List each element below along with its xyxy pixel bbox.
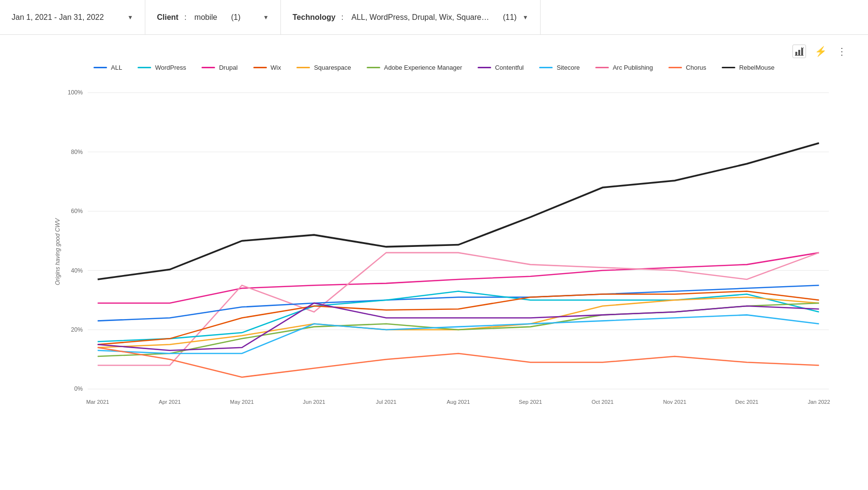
technology-value: ALL, WordPress, Drupal, Wix, Square… (351, 13, 489, 22)
line-drupal (98, 253, 819, 303)
svg-text:Jan 2022: Jan 2022 (808, 399, 830, 405)
svg-text:May 2021: May 2021 (230, 399, 254, 405)
date-range-filter[interactable]: Jan 1, 2021 - Jan 31, 2022 ▼ (0, 0, 145, 34)
legend-item-wordpress[interactable]: WordPress (138, 64, 186, 71)
date-range-label: Jan 1, 2021 - Jan 31, 2022 (12, 13, 104, 22)
svg-rect-2 (801, 48, 803, 55)
legend-label: Chorus (686, 64, 706, 71)
svg-text:Oct 2021: Oct 2021 (591, 399, 613, 405)
legend-label: WordPress (155, 64, 186, 71)
svg-text:20%: 20% (71, 326, 83, 333)
svg-text:40%: 40% (71, 267, 83, 274)
legend-item-all[interactable]: ALL (93, 64, 122, 71)
legend-label: Contentful (495, 64, 524, 71)
technology-arrow: ▼ (523, 14, 528, 21)
legend-label: Wix (271, 64, 281, 71)
technology-count: (11) (503, 13, 516, 22)
bolt-icon[interactable]: ⚡ (814, 45, 827, 58)
svg-rect-0 (795, 52, 797, 55)
legend-item-squarespace[interactable]: Squarespace (296, 64, 351, 71)
legend-item-adobe-experience-manager[interactable]: Adobe Experience Manager (367, 64, 462, 71)
svg-text:Mar 2021: Mar 2021 (86, 399, 109, 405)
legend-label: Sitecore (557, 64, 580, 71)
client-filter[interactable]: Client: mobile (1) ▼ (145, 0, 281, 34)
svg-text:Apr 2021: Apr 2021 (159, 399, 181, 405)
client-count: (1) (231, 13, 241, 22)
svg-text:Nov 2021: Nov 2021 (663, 399, 686, 405)
toolbar: ⚡ ⋮ (19, 45, 849, 58)
chart-legend: ALLWordPressDrupalWixSquarespaceAdobe Ex… (19, 64, 849, 71)
svg-rect-1 (798, 50, 800, 55)
chart-type-icon[interactable] (792, 45, 806, 58)
legend-item-arc-publishing[interactable]: Arc Publishing (595, 64, 653, 71)
legend-item-rebelmouse[interactable]: RebelMouse (722, 64, 775, 71)
svg-text:60%: 60% (71, 208, 83, 214)
svg-rect-3 (795, 55, 804, 56)
client-label: Client (157, 13, 178, 22)
legend-item-wix[interactable]: Wix (253, 64, 281, 71)
svg-point-4 (802, 47, 804, 48)
technology-label: Technology (293, 13, 336, 22)
client-value: mobile (194, 13, 217, 22)
svg-text:0%: 0% (74, 385, 83, 392)
svg-text:Jul 2021: Jul 2021 (376, 399, 396, 405)
svg-text:Aug 2021: Aug 2021 (447, 399, 470, 405)
legend-item-sitecore[interactable]: Sitecore (539, 64, 580, 71)
legend-label: Squarespace (314, 64, 351, 71)
chart-area: Origins having good CWV 100% 80% 60% 40%… (58, 83, 849, 421)
line-squarespace (98, 297, 819, 348)
line-sitecore (98, 315, 819, 353)
svg-text:80%: 80% (71, 149, 83, 155)
technology-filter[interactable]: Technology: ALL, WordPress, Drupal, Wix,… (281, 0, 541, 34)
legend-item-drupal[interactable]: Drupal (202, 64, 237, 71)
legend-item-contentful[interactable]: Contentful (478, 64, 524, 71)
legend-item-chorus[interactable]: Chorus (668, 64, 706, 71)
date-range-arrow: ▼ (127, 14, 133, 21)
legend-label: Adobe Experience Manager (384, 64, 462, 71)
chart-container: ⚡ ⋮ ALLWordPressDrupalWixSquarespaceAdob… (0, 35, 868, 440)
svg-text:Jun 2021: Jun 2021 (303, 399, 325, 405)
legend-label: RebelMouse (739, 64, 775, 71)
top-bar: Jan 1, 2021 - Jan 31, 2022 ▼ Client: mob… (0, 0, 868, 35)
svg-text:100%: 100% (68, 89, 83, 96)
svg-text:Dec 2021: Dec 2021 (735, 399, 759, 405)
more-options-icon[interactable]: ⋮ (835, 45, 849, 58)
svg-text:Sep 2021: Sep 2021 (519, 399, 542, 405)
chart-svg-wrapper: 100% 80% 60% 40% 20% 0% Mar 2021 Apr 202… (58, 83, 849, 421)
chart-svg: 100% 80% 60% 40% 20% 0% Mar 2021 Apr 202… (58, 83, 849, 419)
client-arrow: ▼ (263, 14, 269, 21)
legend-label: ALL (111, 64, 122, 71)
legend-label: Arc Publishing (613, 64, 653, 71)
legend-label: Drupal (219, 64, 237, 71)
line-chorus (98, 348, 819, 377)
